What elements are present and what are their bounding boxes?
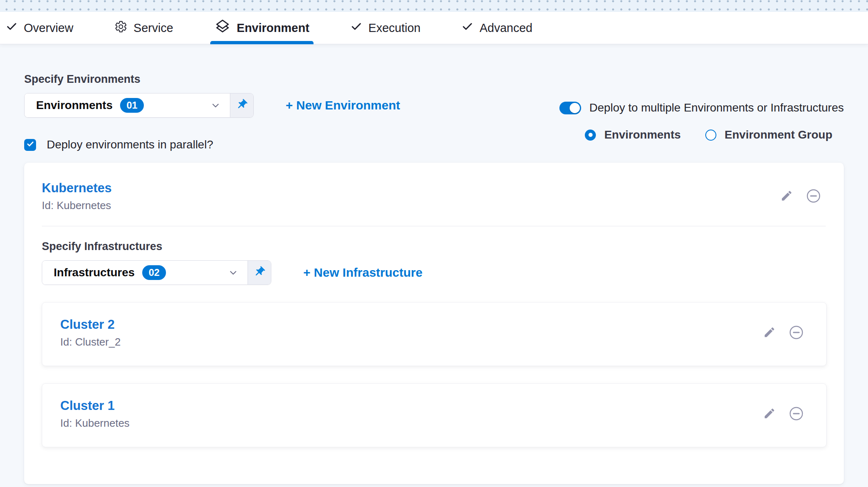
pencil-icon	[763, 407, 776, 421]
infrastructure-name-link[interactable]: Cluster 1	[60, 398, 130, 413]
infrastructures-select-field[interactable]: Infrastructures 02	[42, 261, 248, 284]
environment-id: Id: Kubernetes	[42, 199, 112, 212]
new-infrastructure-button[interactable]: + New Infrastructure	[303, 266, 423, 280]
edit-infrastructure-button[interactable]	[763, 326, 776, 340]
infrastructure-card-cluster-2: Cluster 2 Id: Cluster_2	[42, 302, 827, 366]
infrastructures-pin-button[interactable]	[248, 261, 271, 284]
environment-card-kubernetes: Kubernetes Id: Kubernetes Specify Infras…	[24, 163, 844, 484]
infrastructure-name-link[interactable]: Cluster 2	[60, 317, 120, 332]
tab-advanced[interactable]: Advanced	[461, 12, 532, 44]
minus-circle-icon	[789, 406, 804, 422]
tab-label: Service	[134, 21, 173, 35]
environment-tab-panel: Specify Environments Environments 01 + N…	[0, 73, 868, 484]
infrastructure-id: Id: Cluster_2	[60, 336, 120, 348]
specify-environments-heading: Specify Environments	[24, 73, 844, 86]
environments-select-field[interactable]: Environments 01	[25, 93, 230, 117]
environment-name-link[interactable]: Kubernetes	[42, 181, 112, 196]
environments-select: Environments 01	[24, 93, 254, 118]
multi-env-controls: Deploy to multiple Environments or Infra…	[559, 101, 844, 141]
tab-service[interactable]: Service	[114, 12, 173, 44]
deploy-parallel-checkbox[interactable]	[24, 139, 36, 151]
specify-infrastructures-heading: Specify Infrastructures	[42, 240, 826, 253]
pin-icon	[236, 98, 248, 112]
tab-label: Advanced	[479, 21, 532, 35]
check-icon	[350, 20, 362, 35]
edit-environment-button[interactable]	[780, 189, 793, 203]
remove-infrastructure-button[interactable]	[789, 406, 804, 422]
radio-selected-icon	[585, 130, 596, 141]
check-icon	[461, 20, 473, 35]
pencil-icon	[780, 189, 793, 203]
remove-environment-button[interactable]	[806, 189, 821, 205]
deploy-multiple-toggle[interactable]	[559, 102, 581, 114]
tab-label: Environment	[237, 21, 309, 35]
tab-environment[interactable]: Environment	[214, 12, 309, 44]
environments-select-label: Environments	[36, 99, 113, 112]
new-environment-button[interactable]: + New Environment	[286, 98, 400, 112]
deploy-multiple-toggle-label: Deploy to multiple Environments or Infra…	[589, 101, 844, 114]
environment-icon	[214, 18, 231, 38]
tab-label: Execution	[368, 21, 420, 35]
infrastructures-select: Infrastructures 02	[42, 260, 271, 285]
radio-environments[interactable]: Environments	[585, 128, 681, 141]
pipeline-canvas-strip	[0, 0, 868, 12]
tab-overview[interactable]: Overview	[6, 12, 73, 44]
chevron-down-icon	[210, 100, 221, 111]
remove-infrastructure-button[interactable]	[789, 325, 804, 341]
pin-icon	[253, 266, 266, 280]
check-icon	[6, 20, 18, 35]
radio-unselected-icon	[705, 130, 716, 141]
environments-count-badge: 01	[120, 98, 144, 113]
infrastructures-count-badge: 02	[142, 265, 166, 280]
deploy-parallel-label: Deploy environments in parallel?	[47, 138, 213, 151]
infrastructures-select-label: Infrastructures	[54, 266, 135, 279]
stage-tabbar: Overview Service Environment Execution	[0, 12, 868, 44]
minus-circle-icon	[806, 189, 821, 205]
infrastructure-card-cluster-1: Cluster 1 Id: Kubernetes	[42, 383, 827, 447]
gear-icon	[114, 20, 127, 36]
card-divider	[42, 226, 826, 226]
radio-environment-group[interactable]: Environment Group	[705, 128, 832, 141]
check-icon	[26, 140, 34, 150]
pencil-icon	[763, 326, 776, 340]
edit-infrastructure-button[interactable]	[763, 407, 776, 421]
tab-execution[interactable]: Execution	[350, 12, 420, 44]
chevron-down-icon	[228, 267, 239, 278]
minus-circle-icon	[789, 325, 804, 341]
tab-label: Overview	[24, 21, 73, 35]
environments-pin-button[interactable]	[230, 93, 253, 117]
infrastructure-id: Id: Kubernetes	[60, 417, 130, 430]
toggle-knob	[570, 103, 580, 113]
